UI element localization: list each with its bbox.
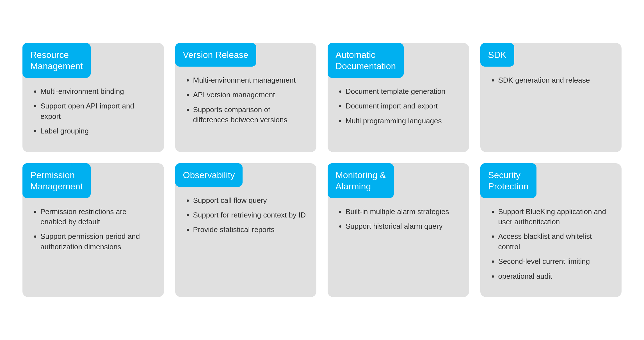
main-grid: ResourceManagement Multi-environment bin…	[0, 21, 644, 319]
list-item: Multi programming languages	[346, 116, 459, 126]
card-body-resource-management: Multi-environment binding Support open A…	[22, 86, 164, 141]
list-item: Multi-environment binding	[40, 86, 154, 96]
list-item: Support call flow query	[193, 195, 307, 205]
list-item: Support BlueKing application and user au…	[498, 207, 612, 227]
card-header-permission-management: PermissionManagement	[22, 163, 91, 198]
card-body-sdk: SDK generation and release	[480, 75, 622, 141]
card-body-automatic-documentation: Document template generation Document im…	[328, 86, 469, 141]
list-item: Support for retrieving context by ID	[193, 210, 307, 220]
list-item: Second-level current limiting	[498, 256, 612, 266]
list-item: Label grouping	[40, 126, 154, 136]
card-header-security-protection: SecurityProtection	[480, 163, 536, 198]
list-item: Support historical alarm query	[346, 221, 459, 231]
card-version-release: Version Release Multi-environment manage…	[175, 43, 317, 152]
card-header-automatic-documentation: AutomaticDocumentation	[328, 43, 404, 78]
list-item: SDK generation and release	[498, 75, 612, 85]
card-header-version-release: Version Release	[175, 43, 256, 67]
list-item: Document import and export	[346, 101, 459, 111]
list-item: operational audit	[498, 271, 612, 281]
list-item: Multi-environment management	[193, 75, 307, 85]
card-monitoring-alarming: Monitoring &Alarming Built-in multiple a…	[328, 163, 469, 297]
card-body-permission-management: Permission restrictions are enabled by d…	[22, 207, 164, 286]
list-item: Document template generation	[346, 86, 459, 96]
card-permission-management: PermissionManagement Permission restrict…	[22, 163, 164, 297]
card-observability: Observability Support call flow query Su…	[175, 163, 317, 297]
list-item: Support permission period and authorizat…	[40, 231, 154, 252]
list-item: Permission restrictions are enabled by d…	[40, 207, 154, 227]
card-automatic-documentation: AutomaticDocumentation Document template…	[328, 43, 469, 152]
card-header-monitoring-alarming: Monitoring &Alarming	[328, 163, 394, 198]
card-header-observability: Observability	[175, 163, 243, 187]
list-item: Provide statistical reports	[193, 225, 307, 235]
card-security-protection: SecurityProtection Support BlueKing appl…	[480, 163, 622, 297]
list-item: API version management	[193, 90, 307, 100]
list-item: Support open API import and export	[40, 101, 154, 121]
card-body-observability: Support call flow query Support for retr…	[175, 195, 317, 286]
card-sdk: SDK SDK generation and release	[480, 43, 622, 152]
list-item: Access blacklist and whitelist control	[498, 231, 612, 252]
list-item: Built-in multiple alarm strategies	[346, 207, 459, 217]
card-body-monitoring-alarming: Built-in multiple alarm strategies Suppo…	[328, 207, 469, 286]
card-resource-management: ResourceManagement Multi-environment bin…	[22, 43, 164, 152]
card-header-resource-management: ResourceManagement	[22, 43, 91, 78]
card-body-security-protection: Support BlueKing application and user au…	[480, 207, 622, 286]
card-body-version-release: Multi-environment management API version…	[175, 75, 317, 141]
list-item: Supports comparison of differences betwe…	[193, 105, 307, 125]
card-header-sdk: SDK	[480, 43, 515, 67]
